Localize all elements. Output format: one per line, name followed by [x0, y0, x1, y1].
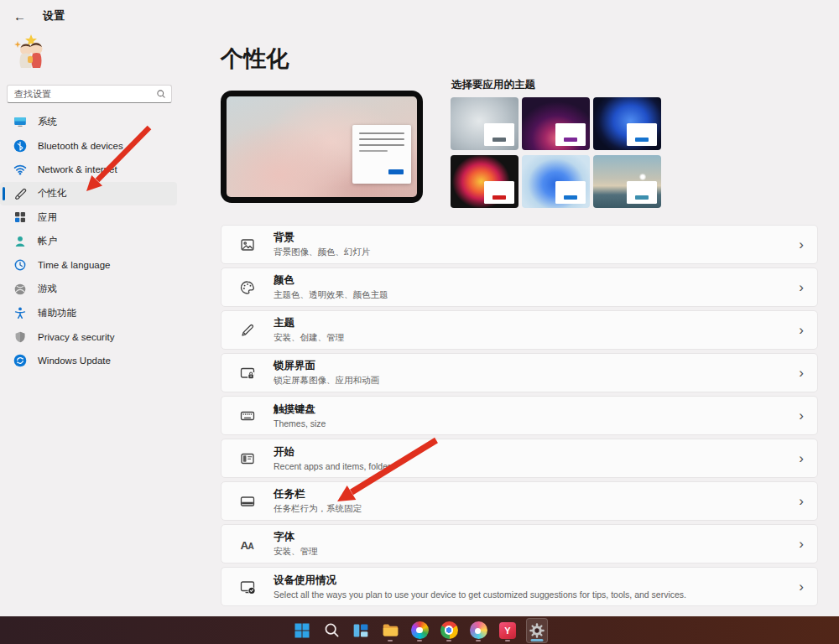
theme-card	[627, 181, 657, 204]
taskbar-search-button[interactable]	[320, 618, 342, 643]
sidebar-item-label: Windows Update	[38, 356, 111, 366]
settings-gear-icon	[529, 622, 545, 639]
settings-button[interactable]	[526, 618, 548, 643]
row-title: 主题	[274, 316, 344, 330]
windows-logo-icon	[294, 622, 310, 639]
sidebar-item-label: Time & language	[38, 260, 111, 270]
sidebar-item-personalization[interactable]: 个性化	[0, 182, 177, 206]
sidebar-item-bluetooth-devices[interactable]: Bluetooth & devices	[0, 134, 177, 158]
window-title: 设置	[43, 8, 65, 23]
sidebar-item-label: Network & internet	[38, 164, 117, 174]
sidebar-item-gaming[interactable]: 游戏	[0, 278, 177, 302]
sidebar-item-accessibility[interactable]: 辅助功能	[0, 301, 177, 325]
sidebar-item-accounts[interactable]: 帐户	[0, 230, 177, 254]
sidebar-item-time-language[interactable]: Time & language	[0, 253, 177, 278]
theme-card	[627, 123, 657, 146]
desktop-preview-monitor	[221, 91, 423, 203]
chrome-button[interactable]	[438, 618, 460, 643]
device-usage-icon	[239, 579, 256, 595]
row-fonts[interactable]: AA 字体安装、管理 ›	[221, 524, 818, 564]
svg-text:A: A	[248, 541, 254, 550]
apps-icon	[13, 210, 27, 224]
paint-app-button[interactable]	[467, 618, 489, 643]
browser-wheel-icon	[411, 621, 429, 639]
theme-tile-lake-sunset[interactable]	[593, 155, 661, 208]
theme-card	[555, 181, 586, 204]
row-subtitle: 任务栏行为，系统固定	[274, 503, 362, 515]
sidebar-item-label: 个性化	[38, 187, 67, 200]
row-touch-keyboard[interactable]: 触摸键盘Themes, size ›	[221, 396, 818, 435]
back-button[interactable]: ←	[13, 10, 26, 23]
theme-tile-blue-bloom-dark[interactable]	[593, 97, 661, 150]
sidebar-nav: 系统 Bluetooth & devices Network & interne…	[0, 110, 177, 373]
chevron-right-icon: ›	[799, 494, 805, 508]
theme-picker-label: 选择要应用的主题	[451, 78, 535, 92]
row-background[interactable]: 背景背景图像、颜色、幻灯片 ›	[221, 225, 818, 264]
fonts-icon: AA	[239, 536, 256, 553]
row-subtitle: 锁定屏幕图像、应用和动画	[274, 375, 379, 387]
windows-update-icon	[13, 354, 27, 367]
start-button[interactable]	[291, 618, 313, 643]
paint-palette-icon	[470, 621, 487, 639]
sidebar-item-privacy-security[interactable]: Privacy & security	[0, 325, 177, 350]
desktop-preview-wallpaper	[227, 96, 417, 197]
network-icon	[13, 163, 27, 176]
sidebar-item-label: 系统	[38, 116, 57, 128]
sidebar-item-windows-update[interactable]: Windows Update	[0, 349, 177, 373]
row-lock-screen[interactable]: 锁屏界面锁定屏幕图像、应用和动画 ›	[221, 353, 818, 392]
lock-screen-icon	[239, 365, 256, 382]
row-subtitle: Recent apps and items, folders	[274, 461, 395, 471]
privacy-shield-icon	[13, 330, 27, 344]
theme-tile-light-gray-bloom[interactable]	[451, 97, 519, 150]
row-subtitle: 安装、创建、管理	[274, 332, 344, 344]
search-box[interactable]	[7, 85, 172, 103]
chevron-right-icon: ›	[799, 366, 805, 380]
chevron-right-icon: ›	[799, 323, 805, 337]
time-language-icon	[13, 258, 27, 272]
row-themes[interactable]: 主题安装、创建、管理 ›	[221, 310, 818, 350]
sidebar-item-label: Bluetooth & devices	[38, 141, 123, 151]
task-view-button[interactable]	[350, 618, 372, 643]
task-view-icon	[352, 622, 369, 639]
search-input[interactable]	[14, 89, 156, 99]
theme-tile-dark-magenta-glow[interactable]	[522, 97, 590, 150]
row-subtitle: Themes, size	[274, 418, 326, 428]
row-taskbar[interactable]: 任务栏任务栏行为，系统固定 ›	[221, 481, 818, 521]
colors-icon	[239, 279, 256, 296]
row-subtitle: 安装、管理	[274, 546, 318, 558]
page-title: 个性化	[221, 44, 289, 74]
background-icon	[239, 236, 256, 253]
chrome-icon	[440, 621, 458, 639]
sidebar-item-system[interactable]: 系统	[0, 110, 177, 134]
row-title: 开始	[274, 445, 395, 460]
themes-icon	[239, 322, 256, 339]
theme-tile-colorful-flower-dark[interactable]	[451, 155, 519, 208]
row-colors[interactable]: 颜色主题色、透明效果、颜色主题 ›	[221, 267, 818, 307]
avatar-cartoon	[11, 31, 51, 71]
file-explorer-button[interactable]	[379, 618, 401, 643]
chevron-right-icon: ›	[799, 408, 805, 423]
sidebar-item-network-internet[interactable]: Network & internet	[0, 158, 177, 182]
accessibility-icon	[13, 306, 27, 319]
row-device-usage[interactable]: 设备使用情况Select all the ways you plan to us…	[221, 567, 818, 606]
row-start[interactable]: 开始Recent apps and items, folders ›	[221, 439, 818, 478]
personalization-icon	[13, 187, 27, 200]
theme-card	[555, 123, 586, 146]
browser-wheel-button[interactable]	[409, 618, 430, 643]
sidebar-item-label: 帐户	[38, 235, 57, 247]
theme-tile-blue-bloom-light[interactable]	[522, 155, 590, 208]
user-avatar	[11, 31, 51, 71]
settings-list: 背景背景图像、颜色、幻灯片 › 颜色主题色、透明效果、颜色主题 › 主题安装、创…	[221, 225, 818, 610]
windows-taskbar: Y	[0, 616, 839, 644]
theme-picker-grid	[451, 97, 661, 208]
sidebar-item-apps[interactable]: 应用	[0, 205, 177, 230]
chevron-right-icon: ›	[799, 537, 805, 551]
sidebar-item-label: 辅助功能	[38, 307, 76, 319]
row-title: 字体	[274, 530, 318, 544]
chevron-right-icon: ›	[799, 280, 805, 294]
preview-accent-button	[388, 169, 404, 174]
accounts-icon	[13, 235, 27, 248]
sidebar-item-label: 游戏	[38, 283, 57, 295]
pink-app-button[interactable]: Y	[497, 618, 519, 643]
row-title: 任务栏	[274, 487, 362, 501]
